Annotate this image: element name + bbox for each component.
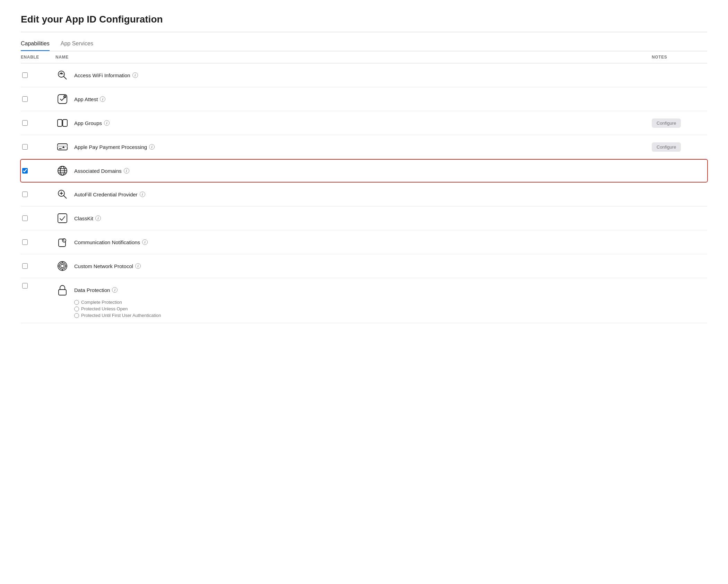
row-app-groups: App Groups i Configure [21, 111, 707, 135]
checkbox-app-groups[interactable] [22, 120, 28, 126]
svg-line-1 [63, 76, 67, 79]
lock-icon [55, 283, 69, 297]
row-access-wifi: Access WiFi Information i [21, 63, 707, 87]
tab-capabilities[interactable]: Capabilities [21, 41, 50, 51]
wifi-search-icon [55, 68, 69, 82]
checkbox-access-wifi[interactable] [22, 72, 28, 78]
svg-rect-30 [59, 290, 66, 295]
row-classkit: ClassKit i [21, 206, 707, 230]
checkbox-data-protection[interactable] [22, 283, 28, 289]
row-associated-domains: Associated Domains i [20, 159, 708, 183]
checkbox-associated-domains[interactable] [22, 168, 28, 174]
configure-btn-app-groups[interactable]: Configure [652, 118, 681, 128]
info-icon-custom-network[interactable]: i [135, 263, 141, 269]
checkbox-autofill[interactable] [22, 192, 28, 197]
checkbox-app-attest[interactable] [22, 96, 28, 102]
svg-point-22 [63, 241, 64, 241]
configure-btn-apple-pay[interactable]: Configure [652, 142, 681, 152]
col-name: NAME [55, 55, 652, 60]
data-protection-options: Complete Protection Protected Unless Ope… [74, 300, 161, 318]
row-app-attest: App Attest i [21, 87, 707, 111]
radio-protected-unless-open[interactable]: Protected Unless Open [74, 306, 161, 311]
radio-protected-until-auth[interactable]: Protected Until First User Authenticatio… [74, 313, 161, 318]
col-enable: ENABLE [21, 55, 55, 60]
table-header: ENABLE NAME NOTES [21, 51, 707, 63]
row-communication: Communication Notifications i [21, 230, 707, 254]
info-icon-app-attest[interactable]: i [100, 96, 105, 102]
autofill-icon [55, 187, 69, 201]
row-data-protection: Data Protection i Complete Protection Pr… [21, 278, 707, 323]
row-autofill: AutoFill Credential Provider i [21, 183, 707, 206]
svg-rect-18 [58, 214, 67, 223]
svg-rect-5 [58, 120, 62, 126]
classkit-icon [55, 211, 69, 225]
info-icon-autofill[interactable]: i [140, 192, 145, 197]
svg-point-20 [62, 239, 66, 242]
info-icon-associated-domains[interactable]: i [124, 168, 129, 174]
info-icon-classkit[interactable]: i [95, 215, 101, 221]
page-title: Edit your App ID Configuration [21, 14, 707, 25]
tab-bar: Capabilities App Services [21, 41, 707, 51]
col-notes: NOTES [652, 55, 707, 60]
info-icon-app-groups[interactable]: i [104, 120, 110, 126]
checkbox-apple-pay[interactable] [22, 144, 28, 150]
network-icon [55, 259, 69, 273]
info-icon-apple-pay[interactable]: i [149, 144, 155, 150]
svg-point-24 [61, 264, 64, 268]
info-icon-data-protection[interactable]: i [112, 287, 118, 293]
svg-rect-8 [58, 145, 67, 147]
radio-input-complete[interactable] [74, 300, 79, 305]
communication-icon [55, 235, 69, 249]
checkbox-classkit[interactable] [22, 215, 28, 221]
svg-point-25 [59, 263, 66, 269]
radio-complete-protection[interactable]: Complete Protection [74, 300, 161, 305]
row-custom-network: Custom Network Protocol i [21, 254, 707, 278]
app-attest-icon [55, 92, 69, 106]
globe-icon [55, 164, 69, 178]
row-apple-pay: Apple Pay Payment Processing i Configure [21, 135, 707, 159]
info-icon-communication[interactable]: i [142, 239, 148, 245]
checkbox-custom-network[interactable] [22, 263, 28, 269]
tab-app-services[interactable]: App Services [61, 41, 93, 51]
radio-input-unless-open[interactable] [74, 307, 79, 311]
svg-line-15 [64, 196, 67, 199]
checkbox-communication[interactable] [22, 239, 28, 245]
app-groups-icon [55, 116, 69, 130]
apple-pay-icon [55, 140, 69, 154]
header-divider [21, 32, 707, 32]
radio-input-until-auth[interactable] [74, 313, 79, 318]
info-icon-access-wifi[interactable]: i [132, 72, 138, 78]
svg-rect-6 [63, 120, 67, 126]
